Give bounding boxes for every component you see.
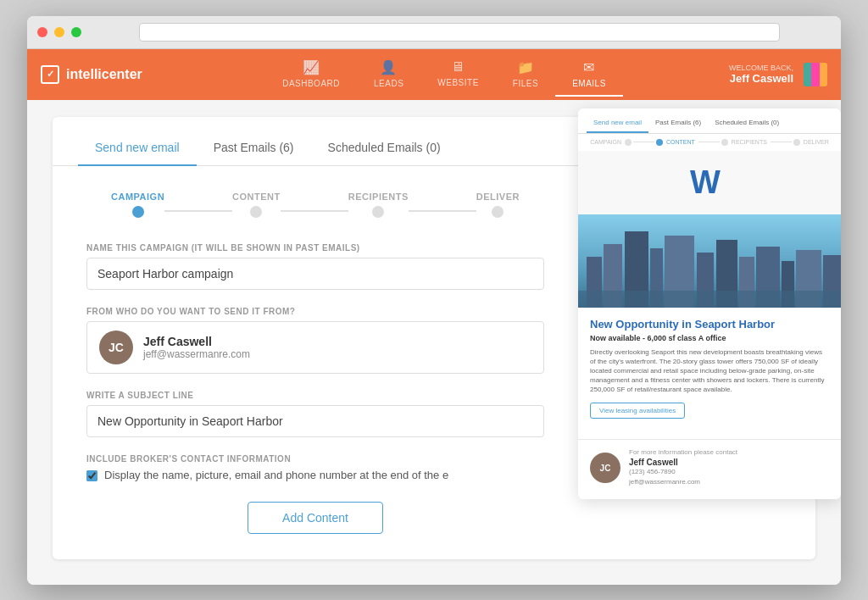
wizard-step-deliver[interactable]: DELIVER: [476, 192, 520, 218]
browser-titlebar: [27, 16, 841, 49]
nav-item-label-emails: EMAILS: [572, 79, 606, 88]
preview-email-body: Directly overlooking Seaport this new de…: [590, 347, 829, 395]
logo-text: intellicenter: [66, 67, 142, 82]
browser-close-btn[interactable]: [37, 27, 47, 37]
wizard-connector-2: [281, 210, 348, 212]
subject-group: WRITE A SUBJECT LINE: [86, 391, 544, 437]
dashboard-icon: 📈: [303, 59, 320, 75]
broker-checkbox[interactable]: [86, 470, 97, 481]
sender-avatar: JC: [99, 331, 133, 364]
preview-contact-phone: (123) 456-7890: [629, 468, 676, 475]
wizard-step-label-deliver: DELIVER: [476, 192, 520, 202]
preview-content: New Opportunity in Seaport Harbor Now av…: [578, 308, 841, 440]
wizard-dot-campaign: [132, 206, 144, 218]
pw-line-3: [771, 142, 792, 142]
preview-wizard: CAMPAIGN CONTENT RECIPIENTS DELIVER: [578, 134, 841, 151]
pw-dot-deliver: [793, 139, 800, 146]
top-nav: ✓ intellicenter 📈 DASHBOARD 👤 LEADS 🖥 WE…: [27, 49, 841, 100]
nav-item-label-dashboard: DASHBOARD: [282, 79, 340, 88]
avatar-color-green: [804, 63, 811, 86]
browser-maximize-btn[interactable]: [71, 27, 81, 37]
emails-icon: ✉: [583, 59, 595, 75]
sender-info: Jeff Caswell jeff@wassermanre.com: [143, 335, 250, 360]
pw-label-deliver: DELIVER: [804, 139, 829, 145]
nav-item-label-leads: LEADS: [374, 79, 403, 88]
nav-user-info: WELCOME BACK, Jeff Caswell: [729, 64, 793, 85]
wizard-steps: CAMPAIGN CONTENT RECIPIENTS: [86, 192, 544, 218]
wizard-dot-content: [250, 206, 262, 218]
campaign-name-group: NAME THIS CAMPAIGN (IT WILL BE SHOWN IN …: [86, 243, 544, 290]
wizard-connector-1: [164, 210, 232, 212]
pw-label-campaign: CAMPAIGN: [590, 139, 621, 145]
preview-tabs: Send new email Past Emails (6) Scheduled…: [578, 108, 841, 134]
tab-past-emails[interactable]: Past Emails (6): [197, 134, 311, 166]
wizard-dot-deliver: [492, 206, 504, 218]
browser-address-bar[interactable]: [139, 23, 780, 42]
tab-send-new[interactable]: Send new email: [78, 134, 197, 166]
pw-dot-content: [656, 139, 663, 146]
nav-item-website[interactable]: 🖥 WEBSITE: [420, 53, 496, 97]
pw-label-recipients: RECIPIENTS: [732, 139, 767, 145]
preview-email-title: New Opportunity in Seaport Harbor: [590, 318, 829, 331]
sender-email: jeff@wassermanre.com: [143, 348, 250, 360]
preview-tab-scheduled[interactable]: Scheduled Emails (0): [708, 115, 786, 133]
svg-text:W: W: [690, 164, 721, 197]
preview-divider: [578, 439, 841, 440]
preview-tab-send-new[interactable]: Send new email: [587, 115, 648, 133]
nav-user-area: WELCOME BACK, Jeff Caswell: [729, 63, 827, 86]
wizard-dot-recipients: [372, 206, 384, 218]
pw-line-2: [698, 142, 720, 142]
preview-cta-button[interactable]: View leasing availabilities: [590, 403, 685, 419]
nav-item-files[interactable]: 📁 FILES: [496, 53, 555, 97]
preview-contact-details: (123) 456-7890 jeff@wassermanre.com: [629, 467, 737, 487]
nav-user-name: Jeff Caswell: [729, 72, 793, 85]
preview-contact-email: jeff@wassermanre.com: [629, 478, 700, 486]
subject-input[interactable]: [86, 405, 544, 437]
broker-checkbox-label: Display the name, picture, email and pho…: [104, 469, 448, 481]
wizard-step-content[interactable]: CONTENT: [232, 192, 281, 218]
tab-scheduled-emails[interactable]: Scheduled Emails (0): [311, 134, 458, 166]
nav-item-label-files: FILES: [513, 79, 538, 88]
main-content: Send new email Past Emails (6) Scheduled…: [27, 100, 841, 585]
pw-line-1: [633, 142, 654, 142]
wizard-step-label-campaign: CAMPAIGN: [111, 192, 164, 202]
broker-checkbox-row: Display the name, picture, email and pho…: [86, 469, 544, 481]
sender-name: Jeff Caswell: [143, 335, 250, 348]
wizard-step-label-content: CONTENT: [232, 192, 281, 202]
logo-icon: ✓: [41, 65, 59, 84]
nav-item-dashboard[interactable]: 📈 DASHBOARD: [265, 53, 357, 97]
broker-group: INCLUDE BROKER'S CONTACT INFORMATION Dis…: [86, 454, 544, 481]
nav-items: 📈 DASHBOARD 👤 LEADS 🖥 WEBSITE 📁 FILES ✉ …: [159, 53, 729, 97]
nav-logo: ✓ intellicenter: [41, 65, 159, 84]
leads-icon: 👤: [380, 59, 398, 75]
preview-contact: JC For more information please contact J…: [578, 448, 841, 499]
preview-contact-name: Jeff Caswell: [629, 458, 737, 467]
pw-dot-recipients: [721, 139, 728, 146]
nav-avatar: [804, 63, 827, 86]
avatar-color-yellow: [820, 63, 827, 86]
form-main: CAMPAIGN CONTENT RECIPIENTS: [53, 192, 578, 534]
wizard-step-recipients[interactable]: RECIPIENTS: [348, 192, 409, 218]
nav-item-leads[interactable]: 👤 LEADS: [357, 53, 420, 97]
preview-logo-area: W: [578, 151, 841, 214]
wizard-connector-3: [409, 210, 476, 212]
preview-tab-past[interactable]: Past Emails (6): [648, 115, 708, 133]
from-label: FROM WHO DO YOU WANT TO SEND IT FROM?: [86, 307, 544, 316]
preview-contact-for-label: For more information please contact: [629, 448, 737, 456]
nav-item-label-website: WEBSITE: [437, 78, 479, 87]
preview-contact-avatar: JC: [590, 453, 620, 483]
nav-welcome-label: WELCOME BACK,: [729, 64, 793, 72]
wizard-step-label-recipients: RECIPIENTS: [348, 192, 409, 202]
wizard-step-campaign[interactable]: CAMPAIGN: [111, 192, 164, 218]
browser-window: ✓ intellicenter 📈 DASHBOARD 👤 LEADS 🖥 WE…: [27, 16, 841, 585]
add-content-button[interactable]: Add Content: [248, 502, 383, 534]
preview-contact-info: For more information please contact Jeff…: [629, 448, 737, 487]
avatar-color-pink: [811, 63, 819, 86]
content-card: Send new email Past Emails (6) Scheduled…: [53, 117, 815, 559]
pw-label-content: CONTENT: [666, 139, 695, 145]
browser-minimize-btn[interactable]: [54, 27, 64, 37]
from-field-group: FROM WHO DO YOU WANT TO SEND IT FROM? JC…: [86, 307, 544, 374]
nav-item-emails[interactable]: ✉ EMAILS: [555, 53, 623, 97]
campaign-name-input[interactable]: [86, 258, 544, 290]
preview-email-subtitle: Now available - 6,000 sf class A office: [590, 334, 829, 342]
